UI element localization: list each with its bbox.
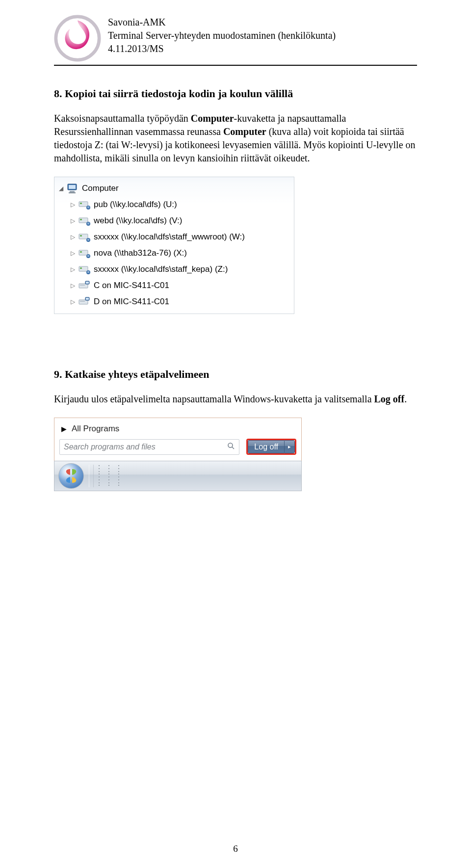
arrow-right-icon: ▶ (61, 425, 67, 433)
svg-rect-3 (70, 191, 75, 192)
tree-item[interactable]: ▷ pub (\\ky.local\dfs) (U:) (54, 196, 294, 212)
tree-item[interactable]: ▷ sxxxxx (\\ky.local\dfs\staff_wwwroot) … (54, 229, 294, 245)
network-drive-icon (78, 199, 91, 210)
chevron-right-icon: ▸ (288, 444, 291, 450)
header-title: Terminal Server-yhteyden muodostaminen (… (108, 29, 336, 42)
section-9-title: 9. Katkaise yhteys etäpalvelimeen (54, 368, 417, 381)
tree-item[interactable]: ▷ C on MIC-S411-C01 (54, 277, 294, 293)
tree-item-label: D on MIC-S411-C01 (93, 297, 169, 307)
section-8-title: 8. Kopioi tai siirrä tiedostoja kodin ja… (54, 87, 417, 100)
svg-rect-19 (87, 240, 89, 240)
svg-rect-23 (87, 255, 89, 256)
tree-root-label: Computer (81, 184, 119, 193)
svg-rect-8 (87, 207, 89, 207)
header-divider (54, 65, 417, 66)
network-drive-icon (78, 263, 91, 275)
svg-point-0 (56, 17, 99, 60)
taskbar-grip[interactable] (99, 465, 104, 487)
logoff-highlight: Log off ▸ (246, 439, 296, 455)
start-menu-panel: ▶ All Programs Search programs and files… (54, 418, 302, 461)
header-org: Savonia-AMK (108, 16, 336, 29)
taskbar-divider (89, 465, 94, 487)
tree-item-label: pub (\\ky.local\dfs) (U:) (93, 200, 177, 210)
logoff-label: Log off (254, 443, 278, 451)
svg-rect-11 (80, 219, 82, 220)
svg-rect-24 (87, 256, 89, 257)
svg-rect-33 (86, 282, 89, 284)
tree-item-label: webd (\\ky.local\dfs) (V:) (93, 216, 182, 226)
expander-icon[interactable]: ▷ (69, 298, 76, 305)
header-text: Savonia-AMK Terminal Server-yhteyden muo… (108, 15, 336, 55)
search-icon (227, 442, 235, 452)
header-date: 4.11.2013/MS (108, 42, 336, 55)
svg-rect-31 (80, 285, 85, 286)
page-number: 6 (0, 843, 471, 854)
expander-icon[interactable]: ▷ (69, 234, 76, 240)
svg-rect-21 (80, 251, 82, 253)
tree-item[interactable]: ▷ D on MIC-S411-C01 (54, 293, 294, 310)
figure-computer-tree: ◢ Computer ▷ pub (\\ky.local\dfs) (U:) ▷… (54, 177, 294, 314)
expander-icon[interactable]: ▷ (69, 201, 76, 208)
all-programs-label: All Programs (72, 424, 119, 434)
expander-collapsed-icon[interactable]: ◢ (57, 185, 64, 192)
start-button[interactable] (58, 463, 84, 489)
svg-rect-37 (86, 298, 89, 300)
all-programs-item[interactable]: ▶ All Programs (59, 422, 296, 439)
section-9-paragraph: Kirjaudu ulos etäpalvelimelta napsauttam… (54, 393, 417, 406)
remote-drive-icon (78, 280, 91, 291)
logoff-options-button[interactable]: ▸ (284, 440, 295, 453)
svg-line-39 (232, 447, 234, 449)
svg-rect-26 (80, 267, 82, 269)
expander-icon[interactable]: ▷ (69, 282, 76, 289)
network-drive-icon (78, 215, 91, 227)
network-drive-icon (78, 247, 91, 259)
taskbar-grip[interactable] (108, 465, 113, 487)
savonia-logo (54, 15, 101, 62)
tree-root-row[interactable]: ◢ Computer (54, 180, 294, 196)
taskbar-grip[interactable] (118, 465, 123, 487)
svg-point-38 (228, 443, 233, 447)
tree-item[interactable]: ▷ sxxxxx (\\ky.local\dfs\staff_kepa) (Z:… (54, 261, 294, 277)
tree-item[interactable]: ▷ nova (\\thab312a-76) (X:) (54, 245, 294, 261)
svg-rect-35 (80, 301, 85, 302)
tree-item-label: C on MIC-S411-C01 (93, 281, 169, 290)
remote-drive-icon (78, 296, 91, 308)
expander-icon[interactable]: ▷ (69, 250, 76, 257)
svg-rect-28 (87, 271, 89, 272)
svg-rect-13 (87, 223, 89, 223)
svg-rect-9 (87, 208, 89, 208)
figure-start-menu: ▶ All Programs Search programs and files… (54, 418, 302, 491)
section-8-paragraph: Kaksoisnapsauttamalla työpöydän Computer… (54, 112, 417, 165)
tree-item-label: sxxxxx (\\ky.local\dfs\staff_wwwroot) (W… (93, 232, 245, 242)
svg-rect-29 (87, 272, 89, 273)
expander-icon[interactable]: ▷ (69, 266, 76, 273)
svg-rect-14 (87, 224, 89, 224)
tree-item[interactable]: ▷ webd (\\ky.local\dfs) (V:) (54, 212, 294, 229)
svg-rect-16 (80, 235, 82, 237)
svg-rect-4 (69, 192, 76, 193)
svg-rect-18 (87, 239, 89, 239)
taskbar (54, 461, 302, 491)
tree-item-label: sxxxxx (\\ky.local\dfs\staff_kepa) (Z:) (93, 264, 228, 274)
search-placeholder: Search programs and files (64, 443, 223, 451)
tree-item-label: nova (\\thab312a-76) (X:) (93, 248, 187, 258)
search-input[interactable]: Search programs and files (59, 439, 239, 455)
page-header: Savonia-AMK Terminal Server-yhteyden muo… (54, 15, 417, 62)
logoff-button[interactable]: Log off (248, 440, 284, 453)
svg-rect-6 (80, 203, 82, 204)
network-drive-icon (78, 231, 91, 243)
computer-icon (66, 183, 79, 194)
svg-rect-2 (69, 185, 76, 189)
expander-icon[interactable]: ▷ (69, 217, 76, 224)
